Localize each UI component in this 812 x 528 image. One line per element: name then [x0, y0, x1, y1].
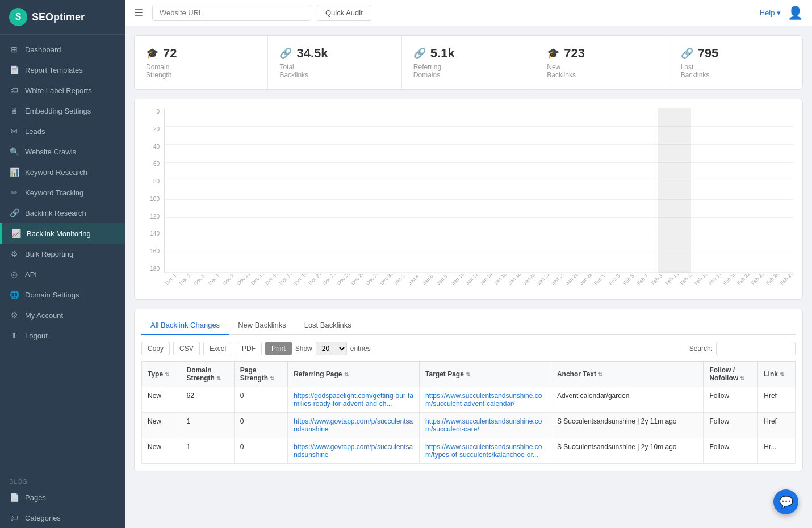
- icon-backlink-research: 🔗: [9, 208, 19, 217]
- x-axis-label: Jan 20: [522, 274, 537, 286]
- sidebar-item-website-crawls[interactable]: 🔍Website Crawls: [0, 141, 125, 162]
- sort-icon: ⇅: [598, 371, 602, 378]
- entries-select[interactable]: 2050100: [316, 342, 347, 355]
- x-axis-label: Jan 14: [479, 274, 493, 286]
- stat-value-total-backlinks: 34.5k: [296, 46, 328, 61]
- sidebar-item-my-account[interactable]: ⚙My Account: [0, 305, 125, 325]
- stat-label-total-backlinks: TotalBacklinks: [279, 63, 390, 79]
- copy-button[interactable]: Copy: [141, 342, 170, 355]
- sidebar-item-pages[interactable]: 📄Pages: [0, 487, 125, 508]
- icon-domain-settings: 🌐: [9, 290, 19, 299]
- sort-icon: ⇅: [740, 375, 744, 382]
- x-axis-label: Dec 27: [350, 274, 365, 286]
- column-header[interactable]: Target Page⇅: [420, 362, 551, 387]
- link-icon-lost-backlinks: 🔗: [681, 47, 693, 60]
- cap-icon-domain-strength: 🎓: [146, 47, 158, 60]
- icon-keyword-tracking: ✏: [9, 188, 19, 197]
- x-axis-label: Feb 3: [608, 274, 621, 286]
- x-axis-label: Jan 4: [407, 274, 420, 286]
- sidebar-label-categories: Categories: [25, 514, 61, 522]
- hamburger-menu[interactable]: ☰: [134, 7, 143, 19]
- sort-icon: ⇅: [270, 375, 274, 382]
- print-button[interactable]: Print: [265, 342, 292, 355]
- sidebar-item-dashboard[interactable]: ⊞Dashboard: [0, 39, 125, 60]
- column-header[interactable]: Link⇅: [758, 362, 796, 387]
- table-cell: Follow: [704, 387, 758, 413]
- topbar: ☰ Quick Audit Help ▾ 👤: [125, 0, 812, 26]
- sidebar-item-categories[interactable]: 🏷Categories: [0, 508, 125, 528]
- tab-all[interactable]: All Backlink Changes: [141, 316, 229, 335]
- chart-inner: 180160140120100806040200 Dec 1Dec 3Dec 5…: [144, 108, 793, 290]
- sidebar-item-bulk-reporting[interactable]: ⚙Bulk Reporting: [0, 244, 125, 264]
- column-header[interactable]: Anchor Text⇅: [551, 362, 704, 387]
- sidebar-item-report-templates[interactable]: 📄Report Templates: [0, 60, 125, 80]
- pdf-button[interactable]: PDF: [236, 342, 262, 355]
- x-axis-label: Jan 22: [536, 274, 551, 286]
- excel-button[interactable]: Excel: [203, 342, 232, 355]
- x-axis-label: Jan 6: [421, 274, 434, 286]
- sidebar-item-backlink-research[interactable]: 🔗Backlink Research: [0, 203, 125, 223]
- table-cell[interactable]: https://godspacelight.com/getting-our-fa…: [288, 387, 420, 413]
- icon-keyword-research: 📊: [9, 167, 19, 177]
- column-header[interactable]: DomainStrength⇅: [181, 362, 234, 387]
- x-axis-label: Dec 21: [307, 274, 323, 286]
- table-cell: 0: [234, 387, 287, 413]
- table-cell[interactable]: https://www.succulentsandsunshine.com/su…: [420, 387, 551, 413]
- column-header[interactable]: Referring Page⇅: [288, 362, 420, 387]
- column-header[interactable]: Follow /Nofollow⇅: [704, 362, 758, 387]
- icon-backlink-monitoring: 📈: [11, 229, 21, 238]
- search-input[interactable]: [716, 342, 796, 355]
- icon-report-templates: 📄: [9, 65, 19, 74]
- chat-fab-button[interactable]: 💬: [773, 489, 798, 514]
- table-cell: Hr...: [758, 438, 796, 464]
- table-cell: Follow: [704, 438, 758, 464]
- table-row: New10https://www.govtapp.com/p/succulent…: [142, 438, 796, 464]
- sort-icon: ⇅: [780, 371, 784, 378]
- x-axis-label: Dec 25: [336, 274, 351, 286]
- column-header[interactable]: Type⇅: [142, 362, 181, 387]
- table-row: New620https://godspacelight.com/getting-…: [142, 387, 796, 413]
- table-cell[interactable]: https://www.govtapp.com/p/succulentsands…: [288, 413, 420, 438]
- quick-audit-button[interactable]: Quick Audit: [317, 5, 371, 21]
- table-cell[interactable]: https://www.succulentsandsunshine.com/ty…: [420, 438, 551, 464]
- table-cell: 62: [181, 387, 234, 413]
- table-row: New10https://www.govtapp.com/p/succulent…: [142, 413, 796, 438]
- table-cell: 0: [234, 438, 287, 464]
- sidebar-item-leads[interactable]: ✉Leads: [0, 121, 125, 141]
- user-avatar-icon[interactable]: 👤: [788, 6, 803, 20]
- stat-value-new-backlinks: 723: [564, 46, 585, 61]
- sidebar-item-white-label-reports[interactable]: 🏷White Label Reports: [0, 80, 125, 100]
- sidebar-item-api[interactable]: ◎API: [0, 264, 125, 284]
- sidebar-item-keyword-research[interactable]: 📊Keyword Research: [0, 162, 125, 182]
- help-button[interactable]: Help ▾: [760, 9, 781, 17]
- sidebar-nav: ⊞Dashboard📄Report Templates🏷White Label …: [0, 35, 125, 472]
- stat-value-lost-backlinks: 795: [698, 46, 719, 61]
- table-cell[interactable]: https://www.govtapp.com/p/succulentsands…: [288, 438, 420, 464]
- sidebar-logo[interactable]: S SEOptimer: [0, 0, 125, 35]
- cap-icon-new-backlinks: 🎓: [547, 47, 559, 60]
- stat-card-referring-domains: 🔗 5.1k ReferringDomains: [402, 36, 535, 89]
- tab-lost[interactable]: Lost Backlinks: [295, 316, 361, 335]
- sidebar-item-domain-settings[interactable]: 🌐Domain Settings: [0, 284, 125, 305]
- icon-embedding-settings: 🖥: [9, 106, 19, 115]
- main-content: ☰ Quick Audit Help ▾ 👤 🎓 72 DomainStreng…: [125, 0, 812, 528]
- x-axis-label: Dec 1: [164, 274, 178, 286]
- x-axis-label: Dec 29: [365, 274, 380, 286]
- table-cell: 1: [181, 438, 234, 464]
- sidebar-item-keyword-tracking[interactable]: ✏Keyword Tracking: [0, 182, 125, 203]
- sidebar-item-backlink-monitoring[interactable]: 📈Backlink Monitoring: [0, 223, 125, 244]
- tab-new[interactable]: New Backlinks: [229, 316, 295, 335]
- sidebar-item-logout[interactable]: ⬆Logout: [0, 325, 125, 346]
- y-axis-label: 100: [144, 196, 162, 202]
- x-axis-label: Feb 5: [622, 274, 635, 286]
- table-cell[interactable]: https://www.succulentsandsunshine.com/su…: [420, 413, 551, 438]
- csv-button[interactable]: CSV: [173, 342, 200, 355]
- x-axis-label: Dec 7: [207, 274, 221, 286]
- sidebar-item-embedding-settings[interactable]: 🖥Embedding Settings: [0, 100, 125, 121]
- stat-card-lost-backlinks: 🔗 795 LostBacklinks: [669, 36, 802, 89]
- y-axis-label: 80: [144, 178, 162, 185]
- chart-plot: [164, 108, 793, 273]
- url-input[interactable]: [152, 5, 311, 21]
- table-cell: Advent calendar/garden: [551, 387, 704, 413]
- column-header[interactable]: PageStrength⇅: [234, 362, 287, 387]
